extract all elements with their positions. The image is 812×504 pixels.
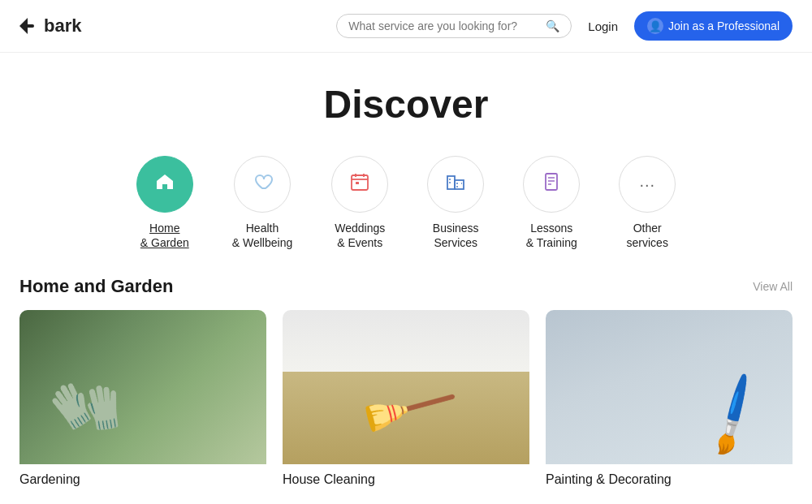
card-gardening-image	[19, 310, 266, 464]
category-health-icon-wrap	[234, 156, 291, 213]
page-title: Discover	[0, 82, 812, 127]
category-weddings-events[interactable]: Weddings& Events	[331, 156, 388, 250]
card-painting-decorating[interactable]: Painting & Decorating	[546, 310, 793, 490]
category-health-wellbeing[interactable]: Health& Wellbeing	[232, 156, 292, 250]
svg-rect-1	[21, 24, 34, 28]
category-home-garden[interactable]: Home& Garden	[136, 156, 193, 250]
cards-grid: Gardening House Cleaning Painting & Deco…	[19, 310, 793, 490]
card-cleaning-label: House Cleaning	[283, 464, 529, 490]
category-other-services[interactable]: ··· Otherservices	[619, 156, 676, 250]
logo-icon	[19, 18, 42, 34]
category-other-icon-wrap: ···	[619, 156, 676, 213]
home-icon	[153, 170, 176, 199]
search-icon: 🔍	[546, 19, 559, 32]
building-icon	[445, 171, 466, 198]
card-gardening-label: Gardening	[19, 464, 266, 490]
calendar-icon	[349, 171, 370, 198]
svg-rect-8	[455, 180, 464, 189]
section-header: Home and Garden View All	[19, 276, 793, 297]
search-bar[interactable]: 🔍	[336, 14, 572, 38]
home-garden-section: Home and Garden View All Gardening House…	[0, 276, 812, 490]
card-painting-image	[546, 310, 793, 464]
category-home-garden-icon-wrap	[136, 156, 193, 213]
category-health-label: Health& Wellbeing	[232, 221, 292, 250]
section-title: Home and Garden	[19, 276, 173, 297]
svg-rect-6	[356, 182, 359, 184]
category-business-icon-wrap	[427, 156, 484, 213]
heart-icon	[252, 171, 273, 198]
svg-rect-7	[447, 176, 455, 189]
card-gardening[interactable]: Gardening	[19, 310, 266, 490]
header: bark 🔍 Login 👤 Join as a Professional	[0, 0, 812, 53]
lesson-icon	[541, 171, 562, 198]
card-cleaning-image	[283, 310, 529, 464]
category-business-label: BusinessServices	[433, 221, 479, 250]
category-home-garden-label: Home& Garden	[140, 221, 189, 250]
card-painting-label: Painting & Decorating	[546, 464, 793, 490]
login-button[interactable]: Login	[581, 15, 624, 38]
join-icon: 👤	[647, 18, 663, 34]
svg-rect-14	[546, 174, 557, 190]
logo-text: bark	[44, 15, 81, 37]
card-house-cleaning[interactable]: House Cleaning	[283, 310, 529, 490]
join-button[interactable]: 👤 Join as a Professional	[634, 11, 793, 41]
search-input[interactable]	[348, 19, 539, 32]
header-right: 🔍 Login 👤 Join as a Professional	[336, 11, 793, 41]
view-all-link[interactable]: View All	[753, 280, 793, 293]
category-lessons-training[interactable]: Lessons& Training	[523, 156, 580, 250]
dots-icon: ···	[639, 175, 655, 194]
logo[interactable]: bark	[19, 15, 81, 37]
category-lessons-icon-wrap	[523, 156, 580, 213]
categories-nav: Home& Garden Health& Wellbeing	[0, 149, 812, 276]
category-other-label: Otherservices	[627, 221, 668, 250]
hero-section: Discover	[0, 53, 812, 149]
category-weddings-icon-wrap	[331, 156, 388, 213]
category-lessons-label: Lessons& Training	[526, 221, 577, 250]
category-business-services[interactable]: BusinessServices	[427, 156, 484, 250]
join-label: Join as a Professional	[668, 19, 780, 32]
category-weddings-label: Weddings& Events	[335, 221, 385, 250]
svg-rect-2	[352, 175, 368, 190]
